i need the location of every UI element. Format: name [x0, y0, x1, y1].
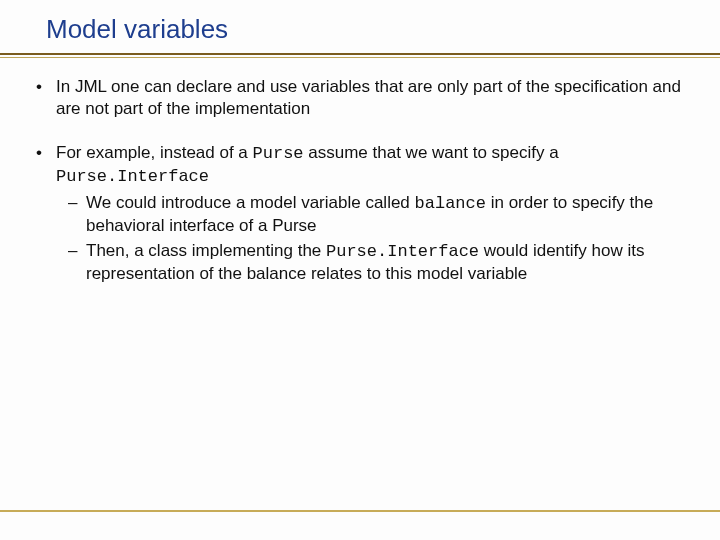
sub-1-pre: We could introduce a model variable call… — [86, 193, 415, 212]
bullet-2-code-purse: Purse — [253, 144, 304, 163]
sub-2-pre: Then, a class implementing the — [86, 241, 326, 260]
bullet-1-text: In JML one can declare and use variables… — [56, 77, 681, 118]
bullet-list: In JML one can declare and use variables… — [30, 76, 690, 285]
footer-rule — [0, 510, 720, 512]
content-area: In JML one can declare and use variables… — [0, 58, 720, 285]
slide-title: Model variables — [0, 0, 720, 53]
slide: Model variables In JML one can declare a… — [0, 0, 720, 540]
bullet-2-mid: assume that we want to specify a — [304, 143, 559, 162]
title-rule-dark — [0, 53, 720, 55]
bullet-2-pre: For example, instead of a — [56, 143, 253, 162]
bullet-2-code-interface: Purse.Interface — [56, 167, 209, 186]
sub-1: We could introduce a model variable call… — [56, 192, 690, 237]
sub-2-code-interface: Purse.Interface — [326, 242, 479, 261]
sub-1-code-balance: balance — [415, 194, 486, 213]
sub-2: Then, a class implementing the Purse.Int… — [56, 240, 690, 285]
bullet-1: In JML one can declare and use variables… — [30, 76, 690, 120]
sub-list: We could introduce a model variable call… — [56, 192, 690, 284]
bullet-2: For example, instead of a Purse assume t… — [30, 142, 690, 285]
